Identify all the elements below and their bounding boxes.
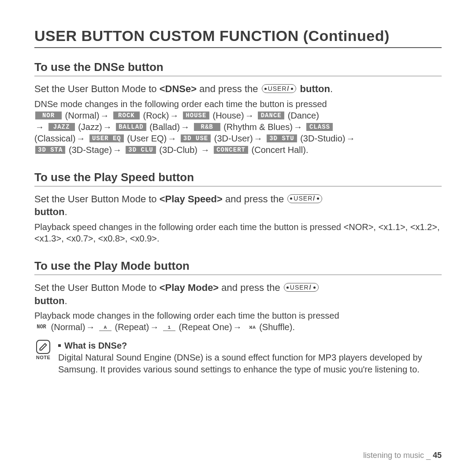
speed-lead: Set the User Button Mode to <Play Speed>… [34, 193, 442, 219]
dnse-body: DNSe mode changes in the following order… [34, 98, 442, 156]
lcd-3duse: 3D USE [181, 134, 211, 142]
lcd-3dsta: 3D STA [35, 146, 65, 154]
note-title: What is DNSe? [58, 340, 442, 352]
page-title: USER BUTTON CUSTOM FUNCTION (Continued) [34, 27, 442, 48]
text: DNSe mode changes in the following order… [34, 99, 327, 109]
dnse-lead: Set the User Button Mode to <DNSe> and p… [34, 82, 442, 96]
user-button-icon: USER/ [262, 84, 297, 93]
lcd-nor: NOR [35, 112, 62, 119]
playmode-repeat-one-icon: 1 [163, 324, 175, 331]
user-button-icon: USER/ [287, 194, 322, 203]
heading-play-mode: To use the Play Mode button [34, 259, 442, 275]
lcd-3dstu: 3D STU [267, 134, 297, 142]
note-block: NOTE What is DNSe? Digital Natural Sound… [34, 340, 442, 376]
lcd-usereq: USER EQ [89, 134, 124, 142]
text: button [300, 83, 330, 94]
mode-play-mode: <Play Mode> [160, 282, 219, 293]
note-label: NOTE [36, 355, 51, 360]
lcd-jazz: JAZZ [48, 123, 75, 131]
playmode-shuffle-icon: ⤨A [246, 324, 258, 331]
lcd-concert: CONCERT [214, 146, 248, 154]
lcd-3dclu: 3D CLU [126, 146, 156, 154]
lcd-class: CLASS [306, 123, 333, 131]
lcd-rock: ROCK [113, 112, 140, 119]
mode-lead: Set the User Button Mode to <Play Mode> … [34, 281, 442, 307]
heading-play-speed: To use the Play Speed button [34, 171, 442, 186]
speed-body: Playback speed changes in the following … [34, 221, 442, 244]
page-footer: listening to music _ 45 [363, 451, 442, 460]
text: and press the [197, 83, 261, 94]
footer-section: listening to music _ [363, 451, 431, 460]
lcd-ballad: BALLAD [116, 123, 146, 131]
mode-body: Playback mode changes in the following o… [34, 310, 442, 333]
playmode-repeat-icon: A [99, 324, 112, 331]
lcd-dance: DANCE [258, 112, 284, 119]
note-pencil-icon [36, 340, 50, 354]
text: Set the User Button Mode to [34, 83, 160, 94]
heading-dnse: To use the DNSe button [34, 60, 442, 76]
mode-dnse: <DNSe> [160, 83, 197, 94]
lcd-house: HOUSE [183, 112, 209, 119]
playmode-normal-icon: NOR [35, 324, 48, 331]
note-icon-wrap: NOTE [34, 340, 52, 360]
lcd-rnb: R&B [194, 123, 220, 131]
user-button-icon: USER/ [284, 283, 319, 292]
note-text: Digital Natural Sound Engine (DNSe) is a… [58, 352, 442, 376]
note-body: What is DNSe? Digital Natural Sound Engi… [58, 340, 442, 376]
mode-play-speed: <Play Speed> [160, 193, 223, 205]
footer-page-number: 45 [433, 451, 442, 460]
